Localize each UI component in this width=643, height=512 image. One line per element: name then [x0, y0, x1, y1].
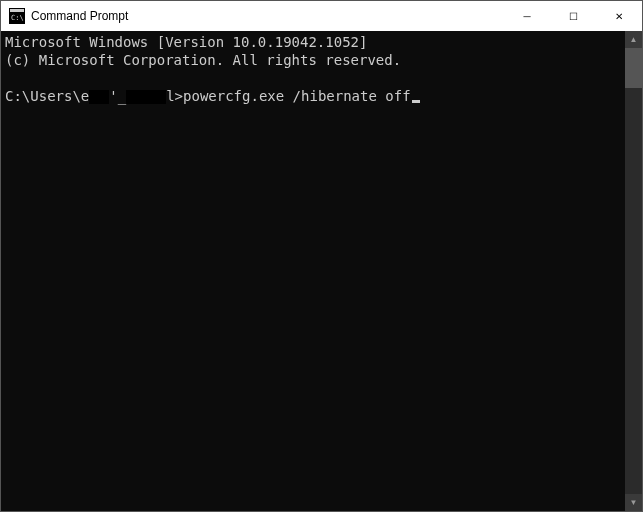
redacted-username-part	[126, 90, 166, 104]
scrollbar-thumb[interactable]	[625, 48, 642, 88]
client-area: Microsoft Windows [Version 10.0.19042.10…	[1, 31, 642, 511]
terminal-prompt-line: C:\Users\e'_l>powercfg.exe /hibernate of…	[5, 87, 621, 105]
svg-rect-1	[10, 9, 24, 12]
close-button[interactable]: ✕	[596, 1, 642, 31]
typed-command: powercfg.exe /hibernate off	[183, 88, 411, 104]
maximize-button[interactable]: ☐	[550, 1, 596, 31]
prompt-delimiter: >	[175, 88, 183, 104]
cmd-icon: C:\	[9, 8, 25, 24]
chevron-down-icon: ▼	[630, 498, 638, 507]
svg-text:C:\: C:\	[11, 14, 24, 22]
titlebar[interactable]: C:\ Command Prompt ─ ☐ ✕	[1, 1, 642, 31]
scroll-down-button[interactable]: ▼	[625, 494, 642, 511]
close-icon: ✕	[615, 11, 623, 22]
prompt-path-prefix: C:\Users\e	[5, 88, 89, 104]
scroll-up-button[interactable]: ▲	[625, 31, 642, 48]
minimize-icon: ─	[523, 11, 530, 22]
vertical-scrollbar[interactable]: ▲ ▼	[625, 31, 642, 511]
terminal-line: Microsoft Windows [Version 10.0.19042.10…	[5, 33, 621, 51]
window-title: Command Prompt	[31, 9, 128, 23]
username-fragment: l	[166, 88, 174, 104]
text-cursor	[412, 100, 420, 103]
terminal-output[interactable]: Microsoft Windows [Version 10.0.19042.10…	[1, 31, 625, 511]
terminal-line: (c) Microsoft Corporation. All rights re…	[5, 51, 621, 69]
maximize-icon: ☐	[569, 11, 578, 22]
command-prompt-window: C:\ Command Prompt ─ ☐ ✕ Microsoft Windo…	[0, 0, 643, 512]
minimize-button[interactable]: ─	[504, 1, 550, 31]
redacted-username-part	[89, 90, 109, 104]
scrollbar-track[interactable]	[625, 48, 642, 494]
chevron-up-icon: ▲	[630, 35, 638, 44]
terminal-blank-line	[5, 69, 621, 87]
username-fragment: '_	[109, 88, 126, 104]
